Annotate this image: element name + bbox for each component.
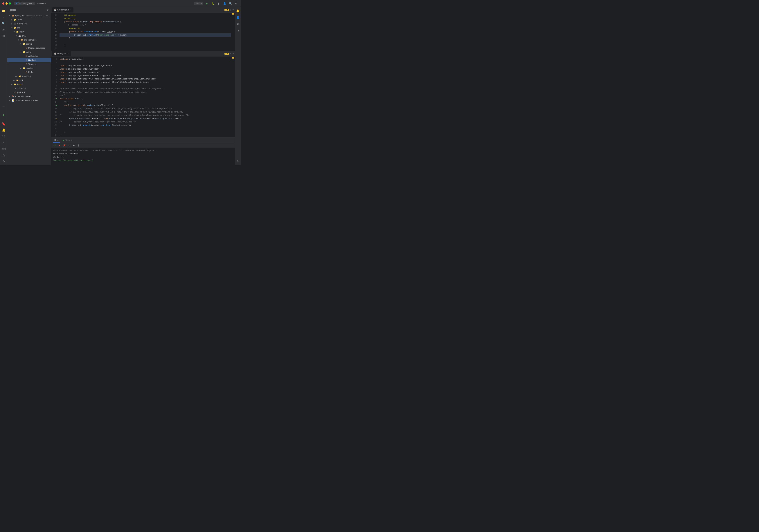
run-config-tab[interactable]: ▶ Main ✕	[61, 138, 74, 143]
config-folder-icon: 📁	[22, 42, 25, 45]
bottom-pane-up-arrow[interactable]: ▲	[230, 53, 231, 55]
code-line: new *	[60, 100, 231, 104]
run-pin-button[interactable]: 📌	[62, 143, 66, 148]
code-line: ApplicationContext context = new Annotat…	[60, 117, 231, 120]
run-tab[interactable]: Run	[53, 138, 60, 143]
code-line	[60, 127, 231, 130]
run-button[interactable]: ▶	[205, 1, 209, 6]
profile-icon[interactable]: 👤	[222, 1, 227, 6]
minimize-button[interactable]	[6, 2, 8, 5]
tree-item-java[interactable]: ▼ ☕ java	[7, 34, 51, 38]
code-line: import org.springframework.context.Appli…	[60, 74, 231, 77]
project-title-button[interactable]: ST ST SpringTest ▾	[14, 2, 35, 5]
right-sidebar-m[interactable]: m	[235, 27, 241, 33]
sidebar-icon-more[interactable]: ⋯	[1, 103, 7, 109]
tree-item-teacher[interactable]: ▶ C Teacher	[7, 62, 51, 66]
sidebar-icon-avatar[interactable]: ●	[1, 112, 7, 118]
tree-item-student[interactable]: ▶ C Student	[7, 58, 51, 62]
sidebar-icon-git[interactable]: GIT	[1, 133, 7, 139]
tree-item-entity[interactable]: ▼ 📁 entity	[7, 50, 51, 54]
student-java-tab-close[interactable]: ✕	[70, 9, 72, 11]
tree-item-mainconfiguration[interactable]: ▶ C MainConfiguration	[7, 46, 51, 50]
sidebar-icon-notifications[interactable]: 🔔	[1, 127, 7, 133]
search-icon[interactable]: 🔍	[228, 1, 232, 6]
debug-button[interactable]: 🐛	[211, 1, 215, 6]
sidebar-icon-services[interactable]: ⚙	[1, 158, 7, 164]
run-stop-button[interactable]: ■	[57, 143, 62, 148]
tree-item-resources[interactable]: ▶ 📁 resources	[7, 74, 51, 78]
sidebar-icon-terminal[interactable]: ⌨	[1, 146, 7, 152]
tree-item-src[interactable]: ▼ 📁 src	[7, 26, 51, 30]
close-button[interactable]	[2, 2, 4, 5]
code-line: import org.example.entity.Student;	[60, 67, 231, 71]
sidebar-icon-plugins[interactable]: ⊞	[1, 33, 7, 39]
project-name-label: ST SpringTest	[19, 2, 32, 5]
tree-label-artteacher: ArtTeacher	[28, 55, 39, 57]
bottom-pane-down-arrow[interactable]: ▼	[232, 53, 234, 55]
run-gutter-13: ▶	[56, 97, 57, 100]
tree-item-target[interactable]: ▶ 📁 target	[7, 82, 51, 86]
tree-item-external-libraries[interactable]: ▶ 📚 External Libraries	[7, 95, 51, 98]
tree-label-org-example: org.example	[24, 39, 35, 41]
sidebar-icon-run[interactable]: ▶	[1, 26, 7, 32]
tree-item-config[interactable]: ▼ 📁 config	[7, 42, 51, 46]
run-restart-button[interactable]: ↺	[53, 143, 57, 148]
tree-label-resources: resources	[22, 75, 31, 77]
tree-item-pom-xml[interactable]: ▶ m pom.xml	[7, 90, 51, 95]
top-pane-up-arrow[interactable]: ▲	[230, 9, 231, 11]
tree-item-main[interactable]: ▼ 📁 main	[7, 30, 51, 34]
sidebar-icon-todo[interactable]: ✓	[1, 139, 7, 145]
tab-main-java[interactable]: ☕ Main.java ✕	[52, 51, 71, 57]
run-config-selector[interactable]: Main ▾	[194, 2, 203, 5]
tree-label-config: config	[26, 43, 32, 45]
run-config-tab-close[interactable]: ✕	[71, 139, 72, 141]
tree-item-idea[interactable]: ▶ 📁 .idea	[7, 18, 51, 22]
run-wrap-button[interactable]: ↩	[72, 143, 76, 148]
sidebar-icon-project[interactable]: 📁	[1, 8, 7, 14]
more-options-button[interactable]: ⋮	[217, 1, 221, 6]
right-sidebar-avatar[interactable]: 👤	[235, 14, 241, 20]
sidebar-icon-vcs[interactable]: ⑂	[1, 14, 7, 20]
main-java-tab-close[interactable]: ✕	[67, 53, 69, 55]
main-scrollbar[interactable]: ▲	[232, 57, 235, 137]
tree-item-springtest-root[interactable]: ▼ 📦 SpringTest ~/Desktop/CS/JavaEE/2.Jav…	[7, 14, 51, 18]
main-java-line-numbers: 1 2 3 4 5 6 7 8 9 10 11 12 13 ▶	[52, 57, 58, 137]
warn-gutter-19: ⚠	[56, 117, 57, 120]
module-icon: ⬛	[14, 22, 17, 25]
run-scroll-button[interactable]: ⤓	[67, 143, 71, 148]
test-folder-icon: 📁	[16, 79, 19, 82]
run-output: /Users/eve/Library/Java/JavaVirtualMachi…	[52, 148, 235, 165]
tree-item-scratches[interactable]: ▶ 📝 Scratches and Consoles	[7, 98, 51, 102]
tree-item-springtest-module[interactable]: ▶ ⬛ SpringTest	[7, 22, 51, 26]
tree-item-service[interactable]: ▶ 📁 service	[7, 66, 51, 70]
maximize-button[interactable]	[9, 2, 11, 5]
sidebar-icon-find[interactable]: 🔍	[1, 20, 7, 26]
branch-selector[interactable]: ⑂ master ▾	[37, 2, 47, 5]
tree-item-org-example[interactable]: ▼ 📦 org.example	[7, 38, 51, 42]
teacher-class-icon: C	[25, 62, 28, 65]
right-sidebar-notifications[interactable]: 🔔	[235, 8, 241, 14]
student-java-code[interactable]: @Component @ToString public class Studen…	[58, 13, 232, 51]
code-line: }	[60, 37, 231, 40]
run-path-line: /Users/eve/Library/Java/JavaVirtualMachi…	[53, 149, 233, 152]
sidebar-icon-problems[interactable]: ⚠	[1, 152, 7, 158]
tab-student-java[interactable]: ☕ Student.java ✕	[52, 7, 73, 13]
main-java-code[interactable]: package org.example; import org.example.…	[58, 57, 232, 137]
sidebar-icon-bookmark[interactable]: 🔖	[1, 121, 7, 127]
project-panel-settings-icon[interactable]: ⚙	[45, 8, 50, 12]
student-scrollbar[interactable]: ▲	[232, 13, 235, 51]
tree-item-test[interactable]: ▶ 📁 test	[7, 78, 51, 82]
code-line: import org.example.config.MainConfigurat…	[60, 64, 231, 67]
right-sidebar-eye[interactable]: 👁	[235, 158, 241, 164]
right-sidebar-layout[interactable]: ⊟	[235, 21, 241, 27]
tree-item-artteacher[interactable]: ▶ C ArtTeacher	[7, 54, 51, 58]
settings-icon[interactable]: ⚙	[234, 1, 238, 6]
tree-item-main-class[interactable]: ▶ C Main	[7, 70, 51, 74]
run-config-tab-label: Main	[65, 139, 70, 141]
top-pane-down-arrow[interactable]: ▼	[232, 9, 234, 11]
main-java-editor[interactable]: 1 2 3 4 5 6 7 8 9 10 11 12 13 ▶	[52, 57, 232, 137]
student-java-editor[interactable]: 11 12 13 14 15 16 17 18 19 20 21	[52, 13, 232, 51]
tree-item-gitignore[interactable]: ▶ g .gitignore	[7, 86, 51, 90]
run-more-button[interactable]: ⋮	[76, 143, 81, 148]
code-line: public void setBeanName(String name) {	[60, 30, 231, 33]
